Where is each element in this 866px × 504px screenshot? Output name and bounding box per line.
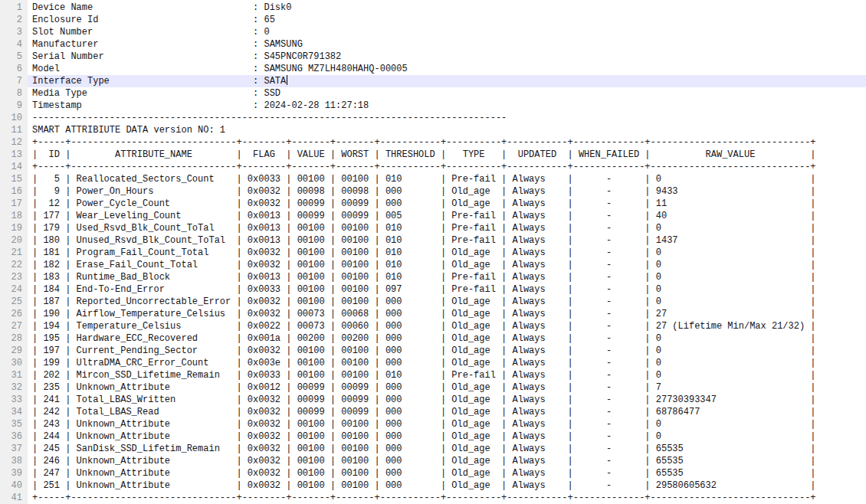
- line-text: | 244 | Unknown_Attribute | 0x0032 | 001…: [32, 430, 816, 443]
- line-number: 37: [0, 443, 28, 455]
- line-text: | 12 | Power_Cycle_Count | 0x0032 | 0009…: [32, 198, 816, 210]
- line-number: 33: [0, 394, 28, 406]
- editor-line[interactable]: 28| 195 | Hardware_ECC_Recovered | 0x001…: [0, 332, 866, 345]
- editor-line[interactable]: 19| 179 | Used_Rsvd_Blk_Count_ToTal | 0x…: [0, 222, 866, 234]
- line-number: 16: [0, 185, 28, 198]
- line-number: 3: [0, 26, 28, 38]
- editor-line[interactable]: 20| 180 | Unused_Rsvd_Blk_Count_ToTal | …: [0, 234, 866, 247]
- line-text: | 241 | Total_LBAS_Written | 0x0032 | 00…: [32, 394, 816, 406]
- line-number: 25: [0, 296, 28, 308]
- editor-line[interactable]: 6Model : SAMSUNG MZ7LH480HAHQ-00005: [0, 63, 866, 75]
- line-number: 30: [0, 357, 28, 369]
- line-text: +-----+------------------------------+--…: [32, 136, 816, 149]
- editor-line[interactable]: 8Media Type : SSD: [0, 87, 866, 100]
- line-number: 40: [0, 479, 28, 492]
- line-text: Manufacturer : SAMSUNG: [32, 38, 303, 51]
- line-number: 17: [0, 198, 28, 210]
- editor-line[interactable]: 30| 199 | UltraDMA_CRC_Error_Count | 0x0…: [0, 357, 866, 369]
- line-number: 13: [0, 149, 28, 161]
- editor-line[interactable]: 24| 184 | End-To-End_Error | 0x0033 | 00…: [0, 283, 866, 296]
- editor-line[interactable]: 41+-----+------------------------------+…: [0, 492, 866, 504]
- editor-line[interactable]: 1Device Name : Disk0: [0, 2, 866, 14]
- line-text: Media Type : SSD: [32, 87, 280, 100]
- line-text: | ID | ATTRIBUTE_NAME | FLAG | VALUE | W…: [32, 149, 816, 161]
- line-text: | 194 | Temperature_Celsius | 0x0022 | 0…: [32, 320, 816, 332]
- editor-line-current[interactable]: 7Interface Type : SATA: [0, 75, 866, 87]
- editor-line[interactable]: 31| 202 | Mircon_SSD_Lifetime_Remain | 0…: [0, 369, 866, 381]
- editor-line[interactable]: 26| 190 | Airflow_Temperature_Celsius | …: [0, 308, 866, 320]
- text-cursor: [287, 75, 287, 85]
- editor-line[interactable]: 34| 242 | Total_LBAS_Read | 0x0032 | 000…: [0, 406, 866, 418]
- editor-line[interactable]: 32| 235 | Unknown_Attribute | 0x0012 | 0…: [0, 381, 866, 394]
- line-number: 32: [0, 381, 28, 394]
- editor-line[interactable]: 14+-----+------------------------------+…: [0, 161, 866, 173]
- editor-line[interactable]: 2Enclosure Id : 65: [0, 14, 866, 26]
- line-number: 21: [0, 247, 28, 259]
- line-text: | 179 | Used_Rsvd_Blk_Count_ToTal | 0x00…: [32, 222, 816, 234]
- line-number: 26: [0, 308, 28, 320]
- editor-line[interactable]: 5Serial Number : S45PNC0R791382: [0, 51, 866, 63]
- editor-line[interactable]: 25| 187 | Reported_Uncorrectable_Error |…: [0, 296, 866, 308]
- line-number: 2: [0, 14, 28, 26]
- editor-line[interactable]: 15| 5 | Reallocated_Sectors_Count | 0x00…: [0, 173, 866, 185]
- line-text: | 9 | Power_On_Hours | 0x0032 | 00098 | …: [32, 185, 816, 198]
- editor-line[interactable]: 22| 182 | Erase_Fail_Count_Total | 0x003…: [0, 259, 866, 271]
- editor-line[interactable]: 37| 245 | SanDisk_SSD_Lifetim_Remain | 0…: [0, 443, 866, 455]
- editor-line[interactable]: 12+-----+------------------------------+…: [0, 136, 866, 149]
- editor-line[interactable]: 39| 247 | Unknown_Attribute | 0x0032 | 0…: [0, 467, 866, 479]
- line-number: 20: [0, 234, 28, 247]
- line-text: SMART ATTRIBIUTE DATA version NO: 1: [32, 124, 225, 136]
- line-text: | 202 | Mircon_SSD_Lifetime_Remain | 0x0…: [32, 369, 816, 381]
- line-number: 14: [0, 161, 28, 173]
- editor-line[interactable]: 27| 194 | Temperature_Celsius | 0x0022 |…: [0, 320, 866, 332]
- line-number: 15: [0, 173, 28, 185]
- line-text: | 5 | Reallocated_Sectors_Count | 0x0033…: [32, 173, 816, 185]
- text-editor[interactable]: 1Device Name : Disk02Enclosure Id : 653S…: [0, 0, 866, 504]
- line-text: +-----+------------------------------+--…: [32, 492, 816, 504]
- line-number: 12: [0, 136, 28, 149]
- editor-line[interactable]: 4Manufacturer : SAMSUNG: [0, 38, 866, 51]
- editor-line[interactable]: 36| 244 | Unknown_Attribute | 0x0032 | 0…: [0, 430, 866, 443]
- editor-line[interactable]: 35| 243 | Unknown_Attribute | 0x0032 | 0…: [0, 418, 866, 430]
- editor-line[interactable]: 9Timestamp : 2024-02-28 11:27:18: [0, 100, 866, 112]
- line-text: | 177 | Wear_Leveling_Count | 0x0013 | 0…: [32, 210, 816, 222]
- editor-line[interactable]: 16| 9 | Power_On_Hours | 0x0032 | 00098 …: [0, 185, 866, 198]
- editor-line[interactable]: 33| 241 | Total_LBAS_Written | 0x0032 | …: [0, 394, 866, 406]
- line-text: | 183 | Runtime_Bad_Block | 0x0013 | 001…: [32, 271, 816, 283]
- line-text: | 197 | Current_Pending_Sector | 0x0032 …: [32, 345, 816, 357]
- line-text: Serial Number : S45PNC0R791382: [32, 51, 341, 63]
- editor-line[interactable]: 29| 197 | Current_Pending_Sector | 0x003…: [0, 345, 866, 357]
- line-text: Timestamp : 2024-02-28 11:27:18: [32, 100, 369, 112]
- line-text: Slot Number : 0: [32, 26, 270, 38]
- editor-line[interactable]: 13| ID | ATTRIBUTE_NAME | FLAG | VALUE |…: [0, 149, 866, 161]
- editor-content[interactable]: 1Device Name : Disk02Enclosure Id : 653S…: [0, 2, 866, 504]
- editor-line[interactable]: 21| 181 | Program_Fail_Count_Total | 0x0…: [0, 247, 866, 259]
- editor-line[interactable]: 17| 12 | Power_Cycle_Count | 0x0032 | 00…: [0, 198, 866, 210]
- line-text: | 187 | Reported_Uncorrectable_Error | 0…: [32, 296, 816, 308]
- line-text: Model : SAMSUNG MZ7LH480HAHQ-00005: [32, 63, 408, 75]
- line-number: 27: [0, 320, 28, 332]
- line-number: 38: [0, 455, 28, 467]
- line-text: | 184 | End-To-End_Error | 0x0033 | 0010…: [32, 283, 816, 296]
- editor-line[interactable]: 10--------------------------------------…: [0, 112, 866, 124]
- line-number: 9: [0, 100, 28, 112]
- editor-line[interactable]: 11SMART ATTRIBIUTE DATA version NO: 1: [0, 124, 866, 136]
- editor-line[interactable]: 40| 251 | Unknown_Attribute | 0x0032 | 0…: [0, 479, 866, 492]
- line-number: 34: [0, 406, 28, 418]
- line-text: | 199 | UltraDMA_CRC_Error_Count | 0x003…: [32, 357, 816, 369]
- line-number: 7: [0, 75, 28, 87]
- editor-line[interactable]: 38| 246 | Unknown_Attribute | 0x0032 | 0…: [0, 455, 866, 467]
- line-number: 1: [0, 2, 28, 14]
- line-number: 19: [0, 222, 28, 234]
- editor-line[interactable]: 3Slot Number : 0: [0, 26, 866, 38]
- line-number: 8: [0, 87, 28, 100]
- line-number: 31: [0, 369, 28, 381]
- line-text: | 190 | Airflow_Temperature_Celsius | 0x…: [32, 308, 816, 320]
- line-text: | 180 | Unused_Rsvd_Blk_Count_ToTal | 0x…: [32, 234, 816, 247]
- line-text: | 181 | Program_Fail_Count_Total | 0x003…: [32, 247, 816, 259]
- line-text: ----------------------------------------…: [32, 112, 507, 124]
- line-number: 24: [0, 283, 28, 296]
- line-text: | 247 | Unknown_Attribute | 0x0032 | 001…: [32, 467, 816, 479]
- editor-line[interactable]: 18| 177 | Wear_Leveling_Count | 0x0013 |…: [0, 210, 866, 222]
- editor-line[interactable]: 23| 183 | Runtime_Bad_Block | 0x0013 | 0…: [0, 271, 866, 283]
